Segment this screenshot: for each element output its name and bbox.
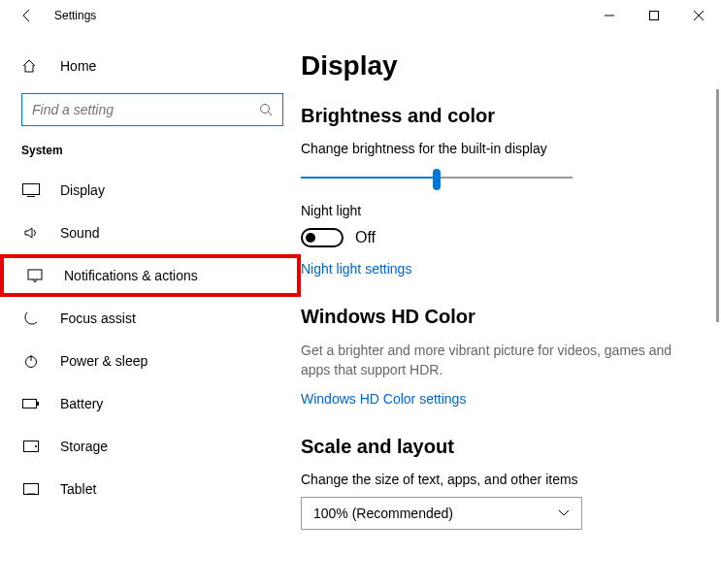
maximize-button[interactable]	[632, 0, 676, 31]
power-icon	[21, 353, 41, 369]
sound-icon	[21, 225, 41, 241]
sidebar-item-power-sleep[interactable]: Power & sleep	[0, 340, 301, 382]
sidebar-item-storage[interactable]: Storage	[0, 425, 301, 468]
sidebar-item-label: Sound	[60, 225, 99, 241]
svg-rect-11	[23, 400, 37, 408]
hd-description: Get a brighter and more vibrant picture …	[301, 342, 682, 379]
scale-dropdown[interactable]: 100% (Recommended)	[301, 497, 582, 530]
scrollbar[interactable]	[716, 89, 719, 322]
display-icon	[21, 183, 41, 197]
sidebar-item-focus-assist[interactable]: Focus assist	[0, 297, 301, 340]
back-button[interactable]	[8, 0, 47, 31]
focus-assist-icon	[21, 310, 41, 326]
notifications-icon	[25, 268, 45, 283]
search-icon	[259, 103, 273, 116]
sidebar-item-display[interactable]: Display	[0, 169, 301, 212]
home-label: Home	[60, 58, 96, 74]
scale-label: Change the size of text, apps, and other…	[301, 472, 682, 487]
svg-point-4	[261, 105, 270, 114]
section-scale-title: Scale and layout	[301, 436, 682, 458]
sidebar-item-label: Notifications & actions	[64, 268, 198, 283]
sidebar-item-label: Focus assist	[60, 310, 136, 326]
home-icon	[21, 58, 41, 74]
section-hd-title: Windows HD Color	[301, 306, 682, 328]
night-light-toggle[interactable]	[301, 228, 344, 247]
slider-fill	[301, 177, 437, 179]
search-field[interactable]	[32, 102, 259, 117]
search-input[interactable]	[21, 93, 283, 126]
svg-rect-6	[23, 184, 40, 195]
chevron-down-icon	[558, 509, 570, 517]
svg-rect-1	[650, 12, 659, 20]
sidebar-item-label: Battery	[60, 396, 103, 411]
home-nav[interactable]: Home	[0, 50, 301, 82]
minimize-button[interactable]	[587, 0, 632, 31]
brightness-slider[interactable]	[301, 166, 573, 189]
sidebar-item-label: Storage	[60, 439, 108, 454]
section-brightness-title: Brightness and color	[301, 105, 682, 127]
svg-point-14	[35, 445, 37, 447]
hd-color-settings-link[interactable]: Windows HD Color settings	[301, 391, 682, 407]
toggle-knob	[306, 233, 315, 243]
sidebar-item-sound[interactable]: Sound	[0, 212, 301, 254]
sidebar-item-battery[interactable]: Battery	[0, 382, 301, 425]
night-light-state: Off	[355, 229, 376, 246]
night-light-settings-link[interactable]: Night light settings	[301, 261, 682, 277]
sidebar-item-tablet[interactable]: Tablet	[0, 468, 301, 510]
close-button[interactable]	[676, 0, 721, 31]
battery-icon	[21, 398, 41, 409]
sidebar-item-label: Tablet	[60, 481, 96, 497]
sidebar-item-label: Power & sleep	[60, 353, 147, 369]
svg-rect-15	[24, 484, 39, 495]
storage-icon	[21, 441, 41, 452]
svg-rect-12	[37, 402, 39, 406]
sidebar-item-notifications[interactable]: Notifications & actions	[0, 254, 301, 297]
night-light-label: Night light	[301, 203, 682, 218]
sidebar-item-label: Display	[60, 182, 105, 198]
window-title: Settings	[54, 9, 96, 22]
brightness-label: Change brightness for the built-in displ…	[301, 141, 682, 156]
slider-thumb[interactable]	[433, 169, 441, 190]
scale-value: 100% (Recommended)	[313, 506, 453, 521]
page-title: Display	[301, 50, 682, 82]
svg-line-5	[269, 113, 273, 116]
svg-rect-8	[28, 270, 42, 279]
tablet-icon	[21, 483, 41, 495]
section-heading: System	[0, 144, 301, 169]
